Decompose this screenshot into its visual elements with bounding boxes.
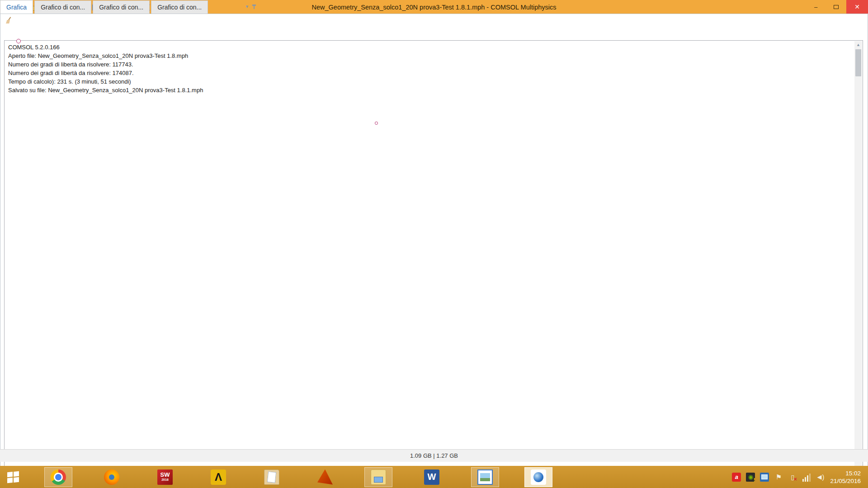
avira-icon[interactable] [732,473,741,482]
minimize-button[interactable]: – [806,0,826,14]
close-button[interactable]: ✕ [846,0,868,14]
maximize-button[interactable] [826,0,846,14]
log-line: Aperto file: New_Geometry_Senza_solco1_2… [8,52,852,60]
power-disconnected-icon[interactable] [788,473,797,482]
taskbar-app-firefox[interactable] [98,467,126,487]
matlab-icon [317,469,333,485]
taskbar-clock[interactable]: 15:02 21/05/2016 [830,469,861,485]
graphics-tab-3[interactable]: Grafico di con... [93,0,150,14]
windows-logo-icon [7,471,19,483]
taskbar: 15:02 21/05/2016 [0,466,868,488]
start-button[interactable] [0,466,26,488]
graphics-tab-4[interactable]: Grafico di con... [151,0,208,14]
taskbar-app-solidworks-2016[interactable] [151,467,179,487]
taskbar-app-documents-folder[interactable] [258,467,286,487]
signal-strength-icon[interactable] [802,473,811,482]
clear-log-icon[interactable] [5,17,12,24]
memory-usage: 1.09 GB | 1.27 GB [410,452,458,459]
solidworks-2016-icon [157,469,173,485]
abaqus-icon [211,469,226,485]
flag-icon[interactable] [774,473,783,482]
intel-graphics-icon[interactable] [760,473,769,482]
documents-folder-icon [264,469,279,485]
taskbar-app-matlab[interactable] [311,467,339,487]
pin-icon[interactable] [251,4,257,9]
taskbar-app-file-manager[interactable] [364,467,392,487]
log-output: COMSOL 5.2.0.166Aperto file: New_Geometr… [4,40,863,484]
status-bar: 1.09 GB | 1.27 GB [0,449,868,462]
scroll-up-icon[interactable]: ▲ [854,41,862,49]
log-line: Numero dei gradi di libertà da risolvere… [8,69,852,77]
taskbar-app-abaqus[interactable] [204,467,232,487]
maximize-icon [834,5,839,9]
word-icon [424,469,439,485]
log-scrollbar[interactable]: ▲ ▼ [854,41,862,483]
taskbar-app-comsol[interactable] [524,467,552,487]
log-line: Salvato su file: New_Geometry_Senza_solc… [8,86,852,94]
taskbar-app-word[interactable] [418,467,446,487]
taskbar-app-image-viewer[interactable] [471,467,499,487]
log-line: COMSOL 5.2.0.166 [8,43,852,52]
graphics-tab-1[interactable]: Grafica [0,0,33,14]
taskbar-app-chrome[interactable] [44,467,72,487]
chrome-icon [51,469,66,485]
messages-panel: MessaggiAvanzamentoRegistro della soluzi… [0,267,259,357]
firefox-icon [104,469,119,485]
window-title: New_Geometry_Senza_solco1_20N prova3-Tes… [311,0,556,15]
image-viewer-icon [477,469,493,485]
nvidia-icon[interactable] [746,473,755,482]
volume-icon[interactable] [816,473,825,482]
comsol-icon [531,469,546,485]
log-line: Numero dei gradi di libertà da risolvere… [8,60,852,69]
chevron-down-icon[interactable]: ▾ [245,4,248,9]
log-line: Tempo di calcolo): 231 s. (3 minuti, 51 … [8,77,852,86]
clock-date: 21/05/2016 [830,477,861,485]
file-manager-icon [371,469,386,485]
scrollbar-thumb[interactable] [855,49,861,76]
graphics-tab-2[interactable]: Grafico di con... [34,0,91,14]
clock-time: 15:02 [830,469,861,477]
